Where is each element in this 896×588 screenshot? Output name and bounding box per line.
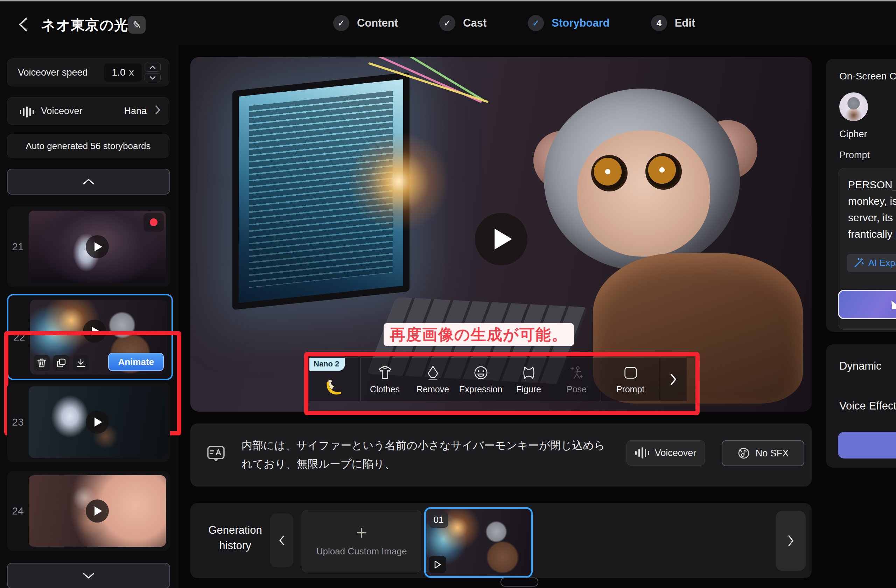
step-storyboard[interactable]: ✓ Storyboard: [528, 15, 610, 31]
pencil-icon: ✎: [133, 19, 141, 31]
caption-voiceover-button[interactable]: Voiceover: [626, 440, 705, 466]
history-scroll-left-button[interactable]: [270, 513, 293, 567]
magic-wand-icon: [854, 257, 864, 268]
step-cast[interactable]: ✓ Cast: [439, 15, 486, 31]
prompt-icon: [622, 365, 638, 381]
no-sfx-button[interactable]: No SFX: [722, 440, 804, 466]
plus-icon: +: [356, 526, 367, 540]
tool-label: Expression: [459, 384, 503, 395]
voice-effect-button[interactable]: [838, 432, 896, 459]
animate-button[interactable]: Animate: [108, 353, 164, 371]
trash-icon: [37, 358, 46, 368]
horizontal-scrollbar[interactable]: [500, 577, 538, 586]
generation-thumbnail-01[interactable]: 01: [424, 507, 533, 578]
generation-number-badge: 01: [429, 512, 448, 528]
play-overlay[interactable]: [86, 500, 109, 522]
expand-list-button[interactable]: [7, 563, 170, 588]
upgrade-button[interactable]: [838, 290, 896, 319]
back-button[interactable]: [14, 15, 32, 34]
dynamic-label: Dynamic: [839, 360, 882, 372]
scene-monkey-eye: [591, 155, 628, 192]
annotation-text: 再度画像の生成が可能。: [384, 323, 574, 346]
delete-button[interactable]: [34, 355, 50, 371]
play-overlay[interactable]: [86, 235, 109, 258]
chevron-right-icon: [787, 535, 794, 547]
voiceover-speed-card: Voiceover speed 1.0 x: [7, 58, 169, 87]
voiceover-name: Hana: [124, 106, 147, 117]
voiceover-selector[interactable]: Voiceover Hana: [7, 97, 169, 125]
upload-custom-image-button[interactable]: + Upload Custom Image: [302, 510, 421, 572]
character-name: Cipher: [839, 129, 867, 140]
play-button[interactable]: [475, 213, 527, 265]
speed-decrease-button[interactable]: [145, 73, 161, 82]
smiley-icon: [473, 365, 489, 381]
top-bar: ネオ東京の光 ✎ ✓ Content ✓ Cast ✓ Storyboard 4…: [0, 2, 896, 45]
storyboard-thumbnail: [29, 386, 166, 458]
history-scroll-right-button[interactable]: [776, 511, 806, 571]
model-badge: Nano 2: [309, 358, 345, 371]
project-title: ネオ東京の光: [41, 15, 128, 35]
figure-icon: [521, 365, 537, 381]
no-sfx-icon: [738, 447, 750, 460]
storyboard-item-21[interactable]: 21: [7, 207, 170, 287]
on-screen-characters-card: On-Screen Cha Cipher Prompt PERSON_5_ mo…: [826, 59, 896, 332]
crown-icon: [890, 297, 896, 312]
speed-unit: x: [129, 67, 134, 78]
chevron-left-icon: [279, 535, 285, 546]
collapse-list-button[interactable]: [7, 169, 170, 195]
play-outline-icon: [434, 560, 441, 569]
ai-expand-button[interactable]: AI Expand: [847, 254, 896, 272]
tool-prompt[interactable]: Prompt: [601, 358, 660, 401]
thumbnail-actions: [34, 355, 89, 371]
clothes-icon: [377, 365, 393, 381]
scene-monkey-eye: [645, 153, 682, 190]
prompt-label: Prompt: [839, 150, 870, 161]
storyboard-item-24[interactable]: 24: [7, 471, 170, 551]
download-icon: [76, 358, 85, 367]
auto-generated-storyboards-button[interactable]: Auto generated 56 storyboards: [7, 134, 169, 158]
generation-history-bar: Generation history + Upload Custom Image…: [190, 503, 812, 578]
auto-generated-label: Auto generated 56 storyboards: [26, 141, 151, 152]
toolbar-more-button[interactable]: [660, 358, 687, 401]
caption-card: 内部には、サイファーという名前の小さなサイバーモンキーが閉じ込められており、無限…: [190, 423, 812, 486]
waveform-icon: [20, 107, 34, 117]
storyboard-number: 24: [7, 471, 29, 551]
prompt-line: PERSON_5_: [848, 179, 896, 191]
storyboard-item-23[interactable]: 23: [7, 382, 170, 462]
tool-expression[interactable]: Expression: [457, 358, 505, 401]
duplicate-button[interactable]: [53, 355, 69, 371]
edit-title-button[interactable]: ✎: [128, 16, 146, 34]
tool-remove[interactable]: Remove: [409, 358, 457, 401]
tool-label: Figure: [516, 384, 541, 395]
speed-increase-button[interactable]: [145, 62, 161, 72]
scene-sparks: [341, 123, 456, 239]
voice-settings-card: Dynamic Voice Effect: [826, 344, 896, 468]
download-button[interactable]: [73, 355, 89, 371]
video-preview[interactable]: 再度画像の生成が可能。 Nano 2 Clothes Remove: [190, 57, 812, 411]
chevron-right-icon: [670, 373, 677, 386]
model-nano-button[interactable]: Nano 2: [309, 358, 361, 401]
caption-voiceover-label: Voiceover: [655, 448, 696, 459]
step-label: Edit: [675, 17, 695, 29]
image-edit-toolbar: Nano 2 Clothes Remove Expression: [309, 358, 687, 401]
prompt-line: monkey, is: [848, 195, 896, 207]
step-label: Cast: [463, 17, 486, 29]
tool-clothes[interactable]: Clothes: [361, 358, 409, 401]
voiceover-speed-value[interactable]: 1.0 x: [104, 63, 142, 82]
play-overlay[interactable]: [86, 411, 109, 434]
characters-title: On-Screen Cha: [839, 71, 896, 82]
alert-dot-badge: [143, 213, 164, 232]
step-edit[interactable]: 4 Edit: [651, 15, 695, 31]
caption-text[interactable]: 内部には、サイファーという名前の小さなサイバーモンキーが閉じ込められており、無限…: [241, 436, 611, 473]
storyboard-number: 21: [7, 207, 29, 287]
step-content[interactable]: ✓ Content: [333, 15, 398, 31]
tool-pose[interactable]: Pose: [553, 358, 600, 401]
eraser-icon: [425, 365, 441, 381]
step-label: Content: [357, 17, 398, 29]
storyboard-item-22[interactable]: 22 Animate: [7, 294, 173, 380]
character-avatar[interactable]: [839, 92, 868, 121]
tool-figure[interactable]: Figure: [505, 358, 553, 401]
check-icon: ✓: [333, 15, 349, 31]
play-overlay[interactable]: [83, 320, 106, 343]
copy-icon: [57, 358, 66, 367]
